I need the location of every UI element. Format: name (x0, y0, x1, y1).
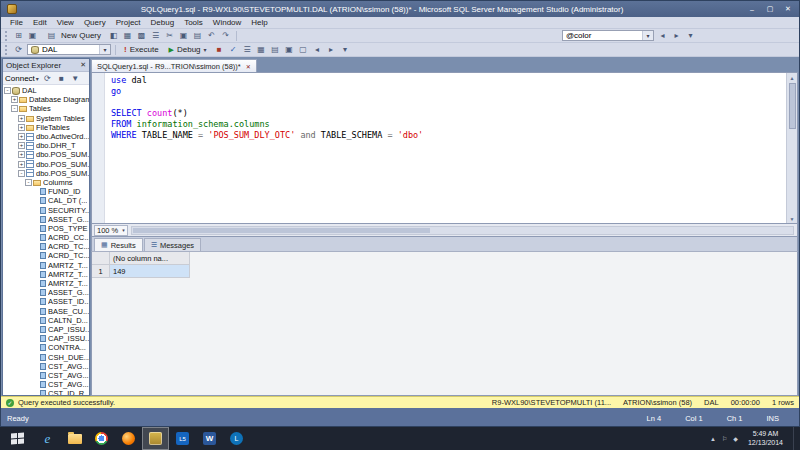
zoom-combobox[interactable]: 100 % ▾ (94, 225, 128, 236)
tab-messages[interactable]: ☰ Messages (144, 238, 201, 251)
menu-item-window[interactable]: Window (208, 18, 246, 27)
collapse-icon[interactable]: - (25, 179, 32, 186)
menu-item-help[interactable]: Help (246, 18, 272, 27)
tree-node[interactable]: CAP_ISSU... (3, 325, 89, 334)
scroll-up-icon[interactable]: ▲ (790, 73, 795, 82)
menu-item-view[interactable]: View (52, 18, 79, 27)
editor-vertical-scrollbar[interactable]: ▲ ▼ (786, 73, 797, 223)
connect-object-explorer-icon[interactable]: ⊞ (12, 30, 25, 42)
execute-button[interactable]: ! Execute (120, 44, 163, 56)
tree-node[interactable]: +dbo.DHR_T (3, 141, 89, 150)
tree-node[interactable]: POS_TYPE (3, 224, 89, 233)
taskbar-word[interactable]: W (196, 427, 223, 450)
refresh-icon[interactable]: ⟳ (41, 72, 54, 84)
tree-node[interactable]: FUND_ID (3, 187, 89, 196)
title-bar[interactable]: SQLQuery1.sql - R9-WXL90\STEVETOPMULTI.D… (1, 1, 799, 17)
taskbar-lync[interactable]: L (223, 427, 250, 450)
results-to-text-icon[interactable]: ☰ (241, 44, 254, 56)
scrollbar-track[interactable] (787, 82, 797, 214)
tree-node[interactable]: +FileTables (3, 123, 89, 132)
tree-node[interactable]: ASSET_ID... (3, 297, 89, 306)
expand-icon[interactable]: + (18, 124, 25, 131)
tree-node[interactable]: AMRTZ_T... (3, 279, 89, 288)
grid-corner-cell[interactable] (92, 252, 110, 265)
tree-node[interactable]: SECURITY... (3, 205, 89, 214)
menu-item-debug[interactable]: Debug (146, 18, 180, 27)
navigate-forward-icon[interactable]: ▸ (670, 30, 683, 42)
tree-node[interactable]: ACRD_TC... (3, 242, 89, 251)
tree-node[interactable]: CST_AVG... (3, 380, 89, 389)
undo-icon[interactable]: ↶ (205, 30, 218, 42)
tray-chevron-up-icon[interactable]: ▲ (710, 436, 716, 442)
document-tab[interactable]: SQLQuery1.sql - R9...TRION\ssimon (58))*… (91, 59, 257, 72)
scrollbar-thumb[interactable] (789, 83, 796, 129)
taskbar-logmein[interactable]: L5 (169, 427, 196, 450)
save-icon[interactable]: ▦ (121, 30, 134, 42)
collapse-icon[interactable]: - (18, 170, 25, 177)
menu-item-edit[interactable]: Edit (28, 18, 52, 27)
close-button[interactable]: ✕ (779, 3, 797, 16)
stop-icon[interactable]: ■ (55, 72, 68, 84)
redo-icon[interactable]: ↷ (219, 30, 232, 42)
tree-node[interactable]: -Columns (3, 178, 89, 187)
tree-node[interactable]: CST_AVG... (3, 362, 89, 371)
collapse-icon[interactable]: - (4, 87, 11, 94)
paste-icon[interactable]: ▤ (191, 30, 204, 42)
color-combo-caret-icon[interactable]: ▾ (642, 31, 653, 40)
expand-icon[interactable]: + (18, 115, 25, 122)
tree-node[interactable]: CSH_DUE... (3, 352, 89, 361)
change-connection-icon[interactable]: ⟳ (12, 44, 25, 56)
print-icon[interactable]: ☰ (149, 30, 162, 42)
tab-results[interactable]: ▦ Results (94, 238, 143, 251)
save-all-icon[interactable]: ▩ (135, 30, 148, 42)
cancel-query-icon[interactable]: ■ (213, 44, 226, 56)
tree-node[interactable]: +System Tables (3, 114, 89, 123)
tree-node[interactable]: CST_AVG... (3, 371, 89, 380)
parse-query-icon[interactable]: ✓ (227, 44, 240, 56)
activity-monitor-icon[interactable]: ▣ (26, 30, 39, 42)
database-combo-caret-icon[interactable]: ▾ (99, 45, 110, 54)
open-file-icon[interactable]: ◧ (107, 30, 120, 42)
tree-node[interactable]: CST_ID_R... (3, 389, 89, 395)
collapse-icon[interactable]: - (11, 105, 18, 112)
grid-column-header[interactable]: (No column na... (110, 252, 190, 265)
indent-icon[interactable]: ▸ (325, 44, 338, 56)
zoom-caret-icon[interactable]: ▾ (122, 227, 125, 233)
database-combobox[interactable]: DAL ▾ (27, 44, 111, 55)
new-query-button[interactable]: ▤ New Query (41, 30, 105, 42)
template-params-icon[interactable]: ▾ (339, 44, 352, 56)
tray-flag-icon[interactable]: ⚐ (722, 435, 727, 442)
expand-icon[interactable]: + (18, 133, 25, 140)
hscrollbar-thumb[interactable] (133, 228, 431, 233)
toolbar-grip[interactable] (5, 45, 8, 55)
row-number-cell[interactable]: 1 (92, 265, 110, 278)
tree-node[interactable]: ACRD_TC... (3, 251, 89, 260)
tree-node[interactable]: +dbo.POS_SUM... (3, 160, 89, 169)
taskbar-firefox[interactable] (115, 427, 142, 450)
menu-item-project[interactable]: Project (111, 18, 146, 27)
tree-node[interactable]: BASE_CU... (3, 307, 89, 316)
menu-item-tools[interactable]: Tools (179, 18, 208, 27)
tree-node[interactable]: ASSET_G... (3, 215, 89, 224)
expand-icon[interactable]: + (11, 96, 18, 103)
taskbar-ssms[interactable] (142, 427, 169, 450)
comment-icon[interactable]: ▣ (283, 44, 296, 56)
tab-close-icon[interactable]: ✕ (246, 63, 251, 70)
tree-node[interactable]: ACRD_CC... (3, 233, 89, 242)
navigate-back-icon[interactable]: ◂ (656, 30, 669, 42)
editor-horizontal-scrollbar[interactable] (131, 226, 794, 235)
tree-node[interactable]: +dbo.POS_SUM... (3, 150, 89, 159)
tree-node[interactable]: CAL_DT (... (3, 196, 89, 205)
result-cell[interactable]: 149 (110, 265, 190, 278)
tree-node[interactable]: CALTN_D... (3, 316, 89, 325)
object-explorer-titlebar[interactable]: Object Explorer ✕ (3, 59, 89, 72)
tree-node[interactable]: -Tables (3, 104, 89, 113)
taskbar-chrome[interactable] (88, 427, 115, 450)
debug-caret-icon[interactable]: ▾ (204, 46, 207, 53)
toolbar-options-icon[interactable]: ▾ (684, 30, 697, 42)
maximize-button[interactable]: ▢ (761, 3, 779, 16)
tree-node[interactable]: AMRTZ_T... (3, 261, 89, 270)
connect-button[interactable]: Connect (5, 74, 35, 83)
debug-button[interactable]: ▶ Debug ▾ (165, 44, 211, 56)
expand-icon[interactable]: + (18, 151, 25, 158)
